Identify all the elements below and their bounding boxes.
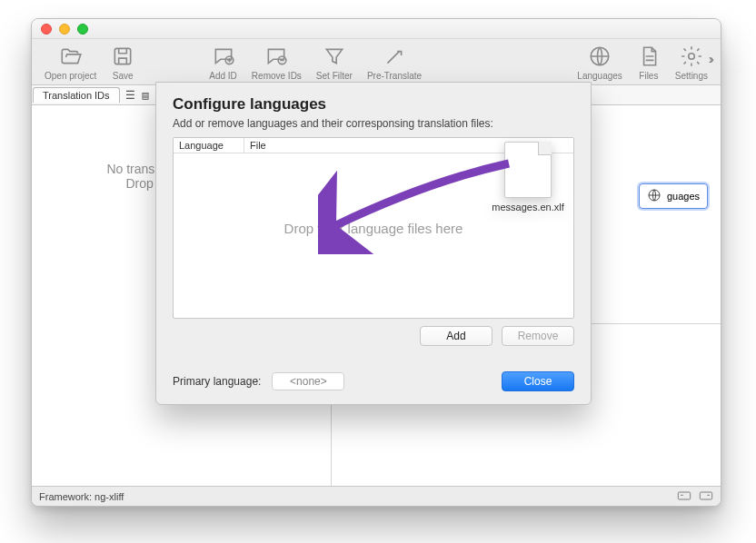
save-icon bbox=[111, 44, 134, 70]
svg-rect-7 bbox=[700, 492, 711, 499]
files-label: Files bbox=[639, 71, 658, 81]
close-dialog-button[interactable]: Close bbox=[502, 371, 574, 391]
minimize-window-dot[interactable] bbox=[59, 24, 70, 35]
chat-plus-icon bbox=[212, 44, 235, 70]
dragged-file[interactable]: messages.en.xlf bbox=[492, 142, 564, 212]
files-button[interactable]: Files bbox=[632, 43, 666, 83]
pre-translate-label: Pre-Translate bbox=[367, 71, 422, 81]
dialog-subtitle: Add or remove languages and their corres… bbox=[173, 117, 574, 130]
save-button[interactable]: Save bbox=[105, 43, 140, 83]
status-bar: Framework: ng-xliff bbox=[32, 486, 721, 506]
magic-wand-icon bbox=[383, 44, 406, 70]
dialog-title: Configure languages bbox=[173, 95, 574, 114]
open-project-label: Open project bbox=[45, 71, 96, 81]
peek-languages-button[interactable]: guages bbox=[639, 183, 708, 209]
tab-translation-ids[interactable]: Translation IDs bbox=[33, 87, 120, 103]
titlebar bbox=[32, 19, 721, 39]
status-icon-2[interactable] bbox=[699, 489, 713, 504]
set-filter-label: Set Filter bbox=[316, 71, 353, 81]
settings-label: Settings bbox=[675, 71, 708, 81]
toolbar-overflow-icon[interactable]: ›› bbox=[709, 52, 711, 66]
configure-languages-dialog: Configure languages Add or remove langua… bbox=[155, 82, 592, 405]
svg-point-4 bbox=[689, 54, 695, 60]
document-icon bbox=[637, 44, 661, 70]
languages-label: Languages bbox=[577, 71, 622, 81]
languages-button[interactable]: Languages bbox=[572, 43, 628, 83]
primary-language-label: Primary language: bbox=[173, 375, 261, 388]
tree-view-toggle-icon[interactable]: ▤ bbox=[139, 89, 153, 102]
globe-icon bbox=[647, 188, 662, 204]
save-label: Save bbox=[113, 71, 134, 81]
framework-label: Framework: ng-xliff bbox=[39, 491, 124, 502]
svg-rect-0 bbox=[115, 48, 131, 64]
settings-button[interactable]: Settings bbox=[670, 43, 713, 83]
add-id-button[interactable]: Add ID bbox=[204, 43, 243, 83]
toolbar: Open project Save Add ID Remove bbox=[32, 39, 721, 85]
funnel-icon bbox=[323, 44, 346, 70]
tab-translation-ids-label: Translation IDs bbox=[43, 90, 110, 101]
set-filter-button[interactable]: Set Filter bbox=[311, 43, 358, 83]
open-project-button[interactable]: Open project bbox=[39, 43, 102, 83]
file-icon bbox=[504, 142, 552, 198]
remove-ids-button[interactable]: Remove IDs bbox=[246, 43, 307, 83]
folder-open-icon bbox=[59, 44, 83, 70]
chat-minus-icon bbox=[264, 44, 288, 70]
add-language-button[interactable]: Add bbox=[420, 326, 492, 346]
globe-icon bbox=[588, 44, 612, 70]
remove-language-button[interactable]: Remove bbox=[502, 326, 574, 346]
primary-language-select[interactable]: <none> bbox=[272, 372, 344, 390]
svg-rect-6 bbox=[678, 492, 690, 499]
peek-languages-label: guages bbox=[667, 191, 700, 202]
status-icon-1[interactable] bbox=[677, 489, 691, 504]
list-view-toggle-icon[interactable]: ☰ bbox=[122, 89, 139, 102]
close-window-dot[interactable] bbox=[41, 24, 52, 35]
pre-translate-button[interactable]: Pre-Translate bbox=[362, 43, 427, 83]
gear-icon bbox=[680, 44, 703, 70]
fullscreen-window-dot[interactable] bbox=[77, 24, 88, 35]
column-language[interactable]: Language bbox=[174, 138, 244, 153]
dragged-file-name: messages.en.xlf bbox=[492, 202, 564, 212]
add-id-label: Add ID bbox=[209, 71, 237, 81]
remove-ids-label: Remove IDs bbox=[252, 71, 302, 81]
